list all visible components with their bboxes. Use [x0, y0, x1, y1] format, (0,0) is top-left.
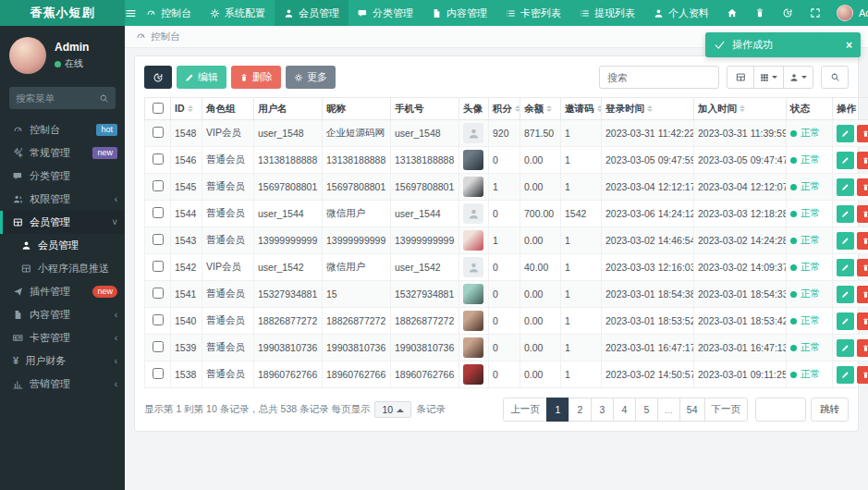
sidebar-item-miniapp-push[interactable]: 小程序消息推送 — [0, 257, 125, 280]
sidebar-item-label: 会员管理 — [30, 215, 105, 229]
row-delete-button[interactable] — [857, 286, 868, 303]
row-delete-button[interactable] — [857, 259, 868, 276]
cell-balance: 0.00 — [520, 281, 561, 308]
sidebar-item-card-manage[interactable]: 卡密管理‹ — [0, 326, 125, 349]
breadcrumb[interactable]: 控制台 — [136, 31, 180, 43]
more-button[interactable]: 更多 — [286, 66, 336, 89]
search-icon[interactable] — [99, 93, 109, 104]
row-edit-button[interactable] — [837, 312, 854, 330]
sidebar-item-plugin-manage[interactable]: 插件管理new — [0, 280, 125, 303]
cell-balance: 700.00 — [520, 201, 561, 227]
column-label: 积分 — [493, 103, 512, 114]
page-button-54[interactable]: 54 — [679, 398, 705, 422]
clear-cache-button[interactable] — [746, 0, 774, 26]
brand-logo[interactable]: 香蕉小短剧 — [0, 0, 125, 26]
nav-item-profile[interactable]: 个人资料 — [644, 0, 718, 26]
avatar — [463, 337, 483, 358]
sidebar-item-member-manage[interactable]: 会员管理˅ — [0, 211, 125, 234]
home-button[interactable] — [718, 0, 746, 26]
row-checkbox[interactable] — [153, 234, 164, 245]
row-edit-button[interactable] — [837, 125, 854, 142]
row-edit-button[interactable] — [837, 366, 854, 384]
row-delete-button[interactable] — [857, 232, 868, 250]
row-edit-button[interactable] — [837, 152, 854, 169]
row-edit-button[interactable] — [837, 232, 854, 250]
row-checkbox[interactable] — [153, 368, 164, 379]
clean-timer-button[interactable] — [774, 0, 801, 26]
columns-button[interactable] — [753, 66, 784, 89]
row-delete-button[interactable] — [857, 178, 868, 196]
cell-balance: 0.00 — [520, 308, 561, 335]
page-button-5[interactable]: 5 — [635, 398, 658, 422]
page-jump-input[interactable] — [755, 398, 806, 422]
prev-page-button[interactable]: 上一页 — [503, 398, 547, 422]
sidebar-item-console[interactable]: 控制台hot — [0, 118, 125, 141]
column-header-join_time[interactable]: 加入时间 — [694, 98, 787, 120]
user-avatar[interactable] — [9, 37, 46, 74]
column-header-points[interactable]: 积分 — [489, 98, 520, 120]
row-checkbox[interactable] — [153, 341, 164, 352]
column-header-id[interactable]: ID — [171, 98, 202, 120]
row-delete-button[interactable] — [857, 125, 868, 142]
cell-join-time: 2023-03-03 12:18:28 — [694, 201, 787, 227]
row-delete-button[interactable] — [857, 152, 868, 169]
nav-item-content-manage[interactable]: 内容管理 — [422, 0, 496, 26]
sidebar-item-auth-manage[interactable]: 权限管理‹ — [0, 188, 125, 211]
nav-item-dashboard[interactable]: 控制台 — [137, 0, 201, 26]
row-checkbox[interactable] — [153, 261, 164, 272]
fullscreen-button[interactable] — [801, 0, 829, 26]
column-header-balance[interactable]: 余额 — [520, 98, 561, 120]
page-size-select[interactable]: 10 — [374, 401, 411, 418]
row-delete-button[interactable] — [857, 366, 868, 384]
row-delete-button[interactable] — [857, 312, 868, 330]
sidebar-item-category-manage[interactable]: 分类管理 — [0, 165, 125, 188]
row-edit-button[interactable] — [837, 339, 854, 357]
row-checkbox[interactable] — [153, 314, 164, 325]
sidebar-item-user-finance[interactable]: ¥用户财务‹ — [0, 349, 125, 373]
nav-item-withdraw-list[interactable]: 提现列表 — [570, 0, 644, 26]
cell-ops — [833, 174, 868, 201]
row-edit-button[interactable] — [837, 286, 854, 303]
sidebar-toggle-button[interactable] — [125, 0, 137, 26]
column-header-invite[interactable]: 邀请码 — [561, 98, 602, 120]
sidebar-item-content-manage[interactable]: 内容管理‹ — [0, 303, 125, 326]
row-checkbox[interactable] — [153, 127, 164, 138]
row-checkbox[interactable] — [153, 207, 164, 218]
row-checkbox[interactable] — [153, 153, 164, 165]
row-edit-button[interactable] — [837, 259, 854, 276]
nav-item-category-manage[interactable]: 分类管理 — [348, 0, 422, 26]
page-button-4[interactable]: 4 — [613, 398, 636, 422]
page-jump-button[interactable]: 跳转 — [811, 398, 849, 422]
status-dot-icon — [790, 345, 797, 351]
row-edit-button[interactable] — [837, 178, 854, 196]
export-button[interactable] — [783, 66, 813, 89]
search-toggle-button[interactable] — [821, 66, 849, 89]
toast-close-icon[interactable]: × — [846, 39, 852, 52]
next-page-button[interactable]: 下一页 — [704, 398, 749, 422]
select-all-checkbox[interactable] — [153, 103, 164, 114]
row-checkbox[interactable] — [153, 180, 164, 191]
chevron-left-icon: ‹ — [115, 194, 117, 204]
delete-button[interactable]: 删除 — [231, 66, 281, 89]
nav-item-card-list[interactable]: 卡密列表 — [496, 0, 570, 26]
row-checkbox[interactable] — [153, 288, 164, 299]
nav-item-member-manage[interactable]: 会员管理 — [275, 0, 348, 26]
sidebar-item-member-list[interactable]: 会员管理 — [0, 234, 125, 257]
refresh-button[interactable] — [144, 66, 172, 89]
page-button-3[interactable]: 3 — [591, 398, 614, 422]
nav-item-system-config[interactable]: 系统配置 — [201, 0, 275, 26]
row-edit-button[interactable] — [837, 205, 854, 223]
row-delete-button[interactable] — [857, 339, 868, 357]
nav-user-menu[interactable]: Admin — [829, 5, 868, 21]
edit-button[interactable]: 编辑 — [177, 66, 226, 89]
column-header-login_time[interactable]: 登录时间 — [602, 98, 694, 120]
sidebar-item-general-manage[interactable]: 常规管理new — [0, 141, 125, 165]
sidebar-item-marketing-manage[interactable]: 营销管理‹ — [0, 373, 125, 396]
page-button-2[interactable]: 2 — [568, 398, 592, 422]
table-search-input[interactable] — [599, 66, 719, 89]
row-delete-button[interactable] — [857, 205, 868, 223]
table-icon — [736, 72, 746, 82]
toggle-view-button[interactable] — [727, 66, 754, 89]
page-button-1[interactable]: 1 — [546, 398, 569, 422]
menu-search-input[interactable] — [16, 92, 99, 104]
